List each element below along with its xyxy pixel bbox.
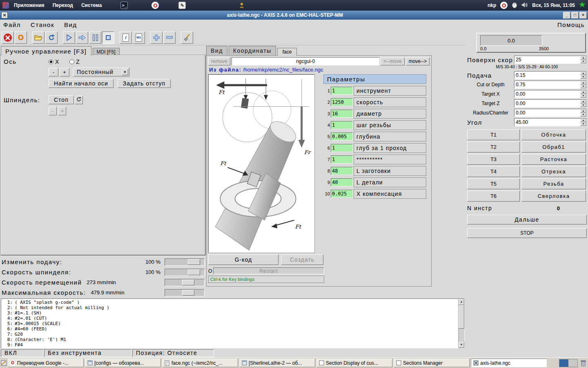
tool-t2-button[interactable]: T2 [467, 141, 520, 153]
tool-t5-button[interactable]: T5 [467, 178, 520, 189]
distro-menu-icon[interactable] [2, 2, 9, 9]
clock-label[interactable]: Вск, 15 Янв, 11:05 [532, 2, 575, 8]
task-axis-lathe[interactable]: axis-lathe.ngc [471, 359, 547, 367]
menu-file[interactable]: Файл [3, 21, 21, 28]
create-feature-button[interactable]: Создать [281, 254, 323, 265]
estop-button[interactable] [2, 31, 14, 44]
param-input-misc[interactable] [331, 155, 353, 164]
gcode-scrollbar[interactable]: ▲ ▼ [458, 299, 464, 348]
spindle-override-slider[interactable] [165, 269, 205, 276]
angle-spinner[interactable]: ▲▼ [514, 118, 587, 126]
boring-button[interactable]: Расточка [521, 154, 586, 165]
tool-t4-button[interactable]: T4 [467, 166, 520, 177]
target-z-spinner[interactable]: ▲▼ [514, 99, 587, 108]
trash-icon[interactable] [579, 359, 587, 367]
show-desktop-icon[interactable] [1, 360, 7, 366]
axis-z-radio[interactable] [69, 59, 74, 64]
spin-down-icon[interactable]: ▼ [580, 122, 586, 126]
task-section-display[interactable]: Section Display of cus... [316, 359, 392, 367]
radius-chamfer-spinner[interactable]: ▲▼ [514, 109, 587, 117]
close-button[interactable]: × [579, 12, 587, 19]
applications-menu[interactable]: Приложения [11, 2, 48, 9]
touch-off-button[interactable]: Задать отступ [118, 79, 171, 88]
next-button[interactable]: Дальше [467, 215, 587, 224]
param-input-part-length[interactable] [331, 178, 353, 186]
opera-launcher-icon[interactable]: O [151, 2, 159, 9]
task-configs[interactable]: [configs — обозрева... [85, 359, 161, 367]
places-menu[interactable]: Переход [49, 2, 76, 9]
spin-up-icon[interactable]: ▲ [580, 72, 586, 75]
clear-plot-button[interactable] [181, 31, 193, 44]
step-program-button[interactable] [76, 31, 88, 44]
axis-x-label[interactable]: X [55, 58, 59, 65]
task-face-ngc[interactable]: face.ngc (~/emc2/nc_... [162, 359, 238, 367]
workspace-switcher[interactable] [559, 359, 578, 367]
param-input-pitch[interactable] [331, 121, 353, 129]
workspace-1[interactable] [559, 359, 568, 367]
cut-depth-spinner[interactable]: ▲▼ [514, 81, 587, 89]
parting-button[interactable]: Отрезка [521, 166, 586, 177]
axis-x-radio[interactable] [49, 59, 53, 64]
volume-tray-icon[interactable] [521, 2, 528, 9]
remove-tab-button[interactable]: remove [208, 57, 230, 65]
tool-t1-button[interactable]: T1 [467, 129, 520, 140]
slider-handle[interactable] [188, 259, 200, 265]
run-program-button[interactable] [63, 31, 75, 44]
axis-z-label[interactable]: Z [76, 58, 80, 65]
workspace-2[interactable] [568, 359, 577, 367]
window-titlebar[interactable]: ✕ axis-lathe.ngc - AXIS 2.4.6 on EMC-HAL… [0, 11, 588, 20]
jog-mode-select[interactable]: Постоянный ▼ [73, 67, 129, 76]
spin-up-icon[interactable]: ▲ [580, 100, 586, 103]
spin-down-icon[interactable]: ▼ [580, 60, 586, 63]
spin-down-icon[interactable]: ▼ [580, 75, 586, 79]
task-sherline-lathe[interactable]: [SherlineLathe-2 — об... [239, 359, 315, 367]
target-x-input[interactable] [514, 90, 580, 98]
zoom-in-button[interactable] [150, 31, 163, 44]
slider-handle[interactable] [188, 269, 200, 275]
stop-program-button[interactable] [102, 31, 114, 44]
update-notifier-icon[interactable] [579, 2, 586, 9]
spin-down-icon[interactable]: ▼ [580, 103, 586, 107]
spindle-slower-button[interactable]: - [49, 107, 57, 115]
tab-face[interactable]: face [277, 48, 297, 56]
tool-t3-button[interactable]: T3 [467, 154, 520, 165]
target-z-input[interactable] [514, 100, 580, 107]
param-input-x-compensation[interactable] [331, 190, 353, 198]
maximize-button[interactable]: □ [571, 12, 579, 19]
spin-up-icon[interactable]: ▲ [580, 56, 586, 60]
max-speed-slider[interactable] [165, 289, 205, 296]
task-opera-translate[interactable]: O Переводчик Google -... [8, 359, 84, 367]
target-x-spinner[interactable]: ▲▼ [514, 90, 587, 98]
spin-up-icon[interactable]: ▲ [580, 109, 586, 113]
radius-chamfer-input[interactable] [514, 109, 580, 117]
spin-down-icon[interactable]: ▼ [580, 113, 586, 117]
make-gcode-button[interactable]: G-код [208, 254, 278, 265]
feed-spinner[interactable]: ▲▼ [514, 71, 587, 79]
reload-file-button[interactable] [45, 31, 58, 44]
spin-down-icon[interactable]: ▼ [580, 94, 586, 98]
task-sections-manager[interactable]: Sections Manager [394, 359, 470, 367]
text-editor-launcher-icon[interactable]: ✎ [178, 2, 186, 9]
jog-minus-button[interactable]: - [49, 68, 58, 76]
slider-handle[interactable] [182, 290, 194, 296]
scrollbar-thumb[interactable] [459, 305, 464, 329]
tool-t6-button[interactable]: T6 [467, 191, 520, 202]
spin-up-icon[interactable]: ▲ [580, 119, 586, 122]
spindle-forward-button[interactable] [75, 96, 83, 104]
param-input-stock-length[interactable] [331, 167, 353, 175]
spindle-faster-button[interactable]: + [58, 107, 66, 115]
feed-input[interactable] [514, 72, 580, 79]
optional-stop-toggle[interactable]: M1 [133, 31, 145, 44]
cut-depth-input[interactable] [514, 81, 580, 88]
gcode-lines[interactable]: 1:( AXIS "splash g-code" ) 2:( Not inten… [1, 299, 458, 348]
angle-input[interactable] [514, 119, 580, 126]
move-left-button[interactable]: <--move [381, 57, 404, 65]
system-menu[interactable]: Система [78, 2, 105, 9]
menu-machine[interactable]: Станок [31, 21, 54, 28]
pause-program-button[interactable] [89, 31, 101, 44]
tab-dro[interactable]: Координаты [229, 46, 276, 55]
open-file-button[interactable] [32, 31, 45, 44]
tab-preview[interactable]: Вид [206, 46, 227, 55]
minimize-button[interactable]: _ [563, 12, 570, 19]
param-input-tool[interactable] [331, 87, 353, 95]
